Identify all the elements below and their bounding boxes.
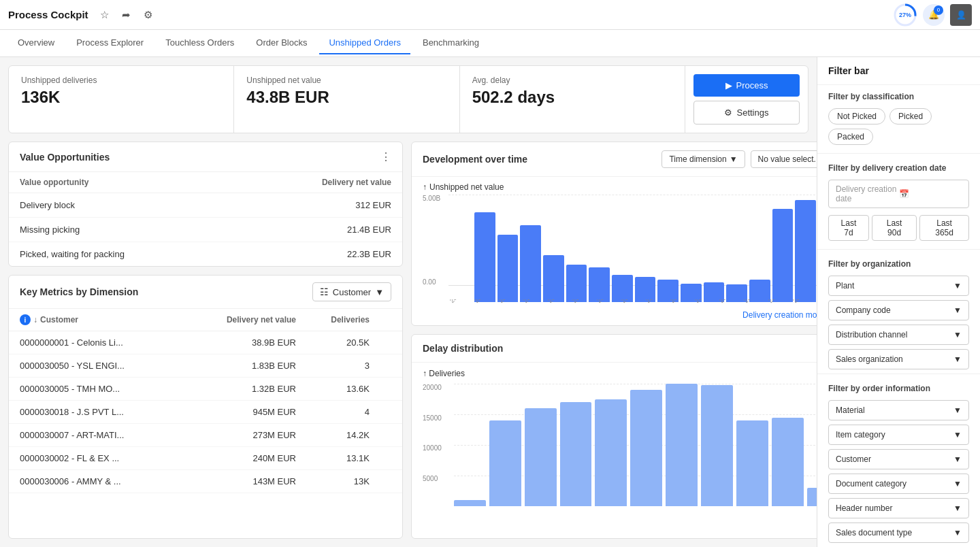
kpi-net-value: Unshipped net value 43.8B EUR (234, 66, 459, 133)
no-value-dropdown[interactable]: No value select... ▼ (751, 150, 817, 168)
dev-bar-3 (543, 255, 564, 303)
delay-bar-col-6 (666, 384, 698, 506)
customer-label: Customer (836, 454, 871, 464)
km-row-2-net: 1.83B EUR (187, 361, 296, 371)
filter-distribution-channel-dropdown[interactable]: Distribution channel ▼ (828, 325, 969, 345)
dev-bar-6 (612, 275, 633, 302)
dev-bar-col-11 (726, 200, 747, 302)
value-opportunities-card: Value Opportunities ⋮ Value opportunity … (8, 142, 403, 267)
progress-text: 27% (899, 12, 911, 18)
tab-unshipped-orders[interactable]: Unshipped Orders (319, 32, 410, 54)
km-row-8: 0000031002 - ONEC RV 109M EUR 1.62K (9, 493, 402, 501)
delay-bar-1 (489, 420, 521, 506)
btn-last-365d[interactable]: Last 365d (919, 215, 969, 241)
delay-bar-9 (772, 418, 804, 506)
filter-customer-dropdown[interactable]: Customer ▼ (828, 449, 969, 469)
delay-bar-col-3 (560, 384, 592, 506)
material-label: Material (836, 405, 865, 415)
kpi-deliveries: Unshipped deliveries 136K (9, 66, 234, 133)
panels-row: Value Opportunities ⋮ Value opportunity … (8, 142, 808, 539)
tab-touchless-orders[interactable]: Touchless Orders (156, 32, 244, 54)
chip-packed[interactable]: Packed (828, 129, 873, 145)
dev-subtitle: ↑ Unshipped net value (423, 182, 817, 192)
filter-material-dropdown[interactable]: Material ▼ (828, 400, 969, 420)
time-dimension-dropdown[interactable]: Time dimension ▼ (662, 150, 745, 168)
tab-overview[interactable]: Overview (8, 32, 64, 54)
process-button[interactable]: ▶ Process (693, 74, 800, 97)
filter-sales-doc-type-dropdown[interactable]: Sales document type ▼ (828, 523, 969, 543)
dev-bar-col-1 (497, 200, 519, 302)
vo-table: Value opportunity Delivery net value Del… (9, 172, 402, 266)
tab-order-blocks[interactable]: Order Blocks (246, 32, 316, 54)
tab-process-explorer[interactable]: Process Explorer (67, 32, 153, 54)
btn-last-90d[interactable]: Last 90d (872, 215, 917, 241)
settings-button[interactable]: ⚙ Settings (693, 101, 800, 125)
chip-not-picked[interactable]: Not Picked (828, 108, 885, 125)
settings-icon[interactable]: ⚙ (140, 7, 157, 23)
filter-plant-dropdown[interactable]: Plant ▼ (828, 276, 969, 296)
km-col-net-value: Delivery net value (187, 315, 296, 325)
delay-bar-3 (560, 402, 592, 506)
km-row-4-name: 0000030018 - J.S PVT L... (20, 407, 182, 417)
filter-doc-category-dropdown[interactable]: Document category ▼ (828, 474, 969, 494)
distribution-channel-label: Distribution channel (836, 330, 907, 339)
dev-bar-col-13 (772, 200, 794, 302)
km-table-body: 0000000001 - Celonis Li... 38.9B EUR 20.… (9, 331, 402, 501)
dev-bar-4 (566, 265, 587, 302)
delay-bar-7 (701, 385, 733, 506)
chevron-down-icon-ic: ▼ (953, 430, 962, 440)
vo-row-2-name: Missing picking (20, 225, 80, 235)
km-header: Key Metrics by Dimension ☷ Customer ▼ (9, 276, 402, 309)
chevron-down-icon: ▼ (375, 287, 384, 297)
progress-indicator: 27% (893, 3, 917, 27)
delay-bar-8 (736, 420, 768, 506)
km-row-7-net: 143M EUR (187, 476, 296, 486)
filter-sidebar: Filter bar Filter by classification Not … (817, 57, 980, 547)
bookmark-icon[interactable]: ☆ (97, 7, 113, 23)
filter-company-code-dropdown[interactable]: Company code ▼ (828, 300, 969, 320)
tab-benchmarking[interactable]: Benchmarking (413, 32, 489, 54)
app-title: Process Cockpit (8, 9, 88, 20)
vo-table-header: Value opportunity Delivery net value (9, 172, 402, 193)
btn-last-7d[interactable]: Last 7d (828, 215, 869, 241)
kpi-avg-delay-value: 502.2 days (472, 88, 672, 107)
delay-bar-4 (595, 399, 627, 506)
notification-button[interactable]: 🔔 0 (923, 4, 945, 26)
km-dimension-dropdown[interactable]: ☷ Customer ▼ (312, 282, 391, 301)
kpi-net-value-value: 43.8B EUR (246, 88, 446, 107)
vo-row-3-value: 22.3B EUR (347, 249, 391, 259)
chevron-down-icon-hn: ▼ (953, 503, 962, 513)
avatar[interactable]: 👤 (950, 4, 972, 26)
delivery-creation-month-link[interactable]: Delivery creation month → (742, 310, 817, 320)
km-row-4-net: 945M EUR (187, 407, 296, 417)
chevron-down-icon-cust: ▼ (953, 454, 962, 464)
vo-row-2-value: 21.4B EUR (347, 225, 391, 235)
filter-bar-title: Filter bar (817, 57, 980, 85)
km-row-1-name: 0000000001 - Celonis Li... (20, 337, 182, 348)
chevron-down-icon-sdt: ▼ (953, 528, 962, 537)
delay-bar-0 (454, 500, 486, 506)
vo-more-icon[interactable]: ⋮ (380, 150, 391, 163)
chip-picked[interactable]: Picked (889, 108, 932, 125)
km-row-5-net: 273M EUR (187, 430, 296, 440)
dev-title: Development over time (423, 154, 527, 165)
arrow-up-icon: ↑ (423, 182, 427, 192)
filter-sales-org-dropdown[interactable]: Sales organization ▼ (828, 349, 969, 369)
bar-label-0: 2022-08 (448, 299, 469, 304)
filter-date-input[interactable]: Delivery creation date 📅 (828, 180, 969, 208)
chevron-down-icon-mat: ▼ (953, 405, 962, 415)
item-category-label: Item category (836, 430, 885, 440)
gear-icon: ⚙ (724, 107, 732, 118)
km-row-3-name: 0000030005 - TMH MO... (20, 384, 182, 394)
filter-date-btns: Last 7d Last 90d Last 365d (817, 212, 980, 246)
chevron-down-icon-dc: ▼ (953, 330, 962, 339)
filter-header-number-dropdown[interactable]: Header number ▼ (828, 498, 969, 518)
filter-item-category-dropdown[interactable]: Item category ▼ (828, 425, 969, 445)
km-row-3-net: 1.32B EUR (187, 384, 296, 394)
kpi-deliveries-value: 136K (21, 88, 221, 107)
km-row-6: 0000030002 - FL & EX ... 240M EUR 13.1K (9, 447, 402, 470)
delay-bars-container (454, 384, 817, 506)
dev-bar-col-3 (543, 200, 564, 302)
share-icon[interactable]: ➦ (118, 7, 135, 23)
km-row-2-del: 3 (301, 361, 370, 371)
